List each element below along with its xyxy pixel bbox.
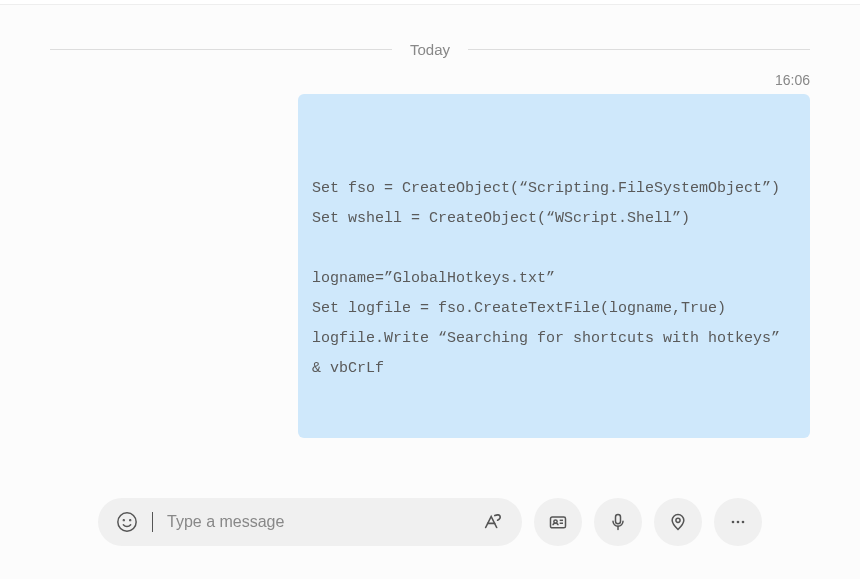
- top-bar: [0, 0, 860, 5]
- handwriting-icon[interactable]: [482, 511, 504, 533]
- date-separator: Today: [50, 41, 810, 58]
- svg-point-1: [123, 520, 124, 521]
- svg-point-11: [737, 521, 740, 524]
- date-separator-label: Today: [392, 41, 468, 58]
- svg-point-9: [676, 518, 680, 522]
- message-code-content: Set fso = CreateObject(“Scripting.FileSy…: [312, 174, 796, 384]
- text-cursor: [152, 512, 153, 532]
- svg-point-12: [742, 521, 745, 524]
- more-button[interactable]: [714, 498, 762, 546]
- microphone-button[interactable]: [594, 498, 642, 546]
- location-button[interactable]: [654, 498, 702, 546]
- message-bubble[interactable]: Set fso = CreateObject(“Scripting.FileSy…: [298, 94, 810, 438]
- message-input-container[interactable]: [98, 498, 522, 546]
- svg-point-2: [130, 520, 131, 521]
- message-timestamp: 16:06: [50, 72, 810, 88]
- svg-point-0: [118, 513, 136, 531]
- separator-line-left: [50, 49, 392, 50]
- svg-point-10: [732, 521, 735, 524]
- emoji-icon[interactable]: [116, 511, 138, 533]
- separator-line-right: [468, 49, 810, 50]
- message-row: Set fso = CreateObject(“Scripting.FileSy…: [50, 94, 810, 438]
- contact-card-button[interactable]: [534, 498, 582, 546]
- svg-rect-3: [551, 517, 566, 528]
- message-input[interactable]: [167, 513, 468, 531]
- svg-rect-7: [616, 515, 621, 524]
- composer: [98, 498, 762, 546]
